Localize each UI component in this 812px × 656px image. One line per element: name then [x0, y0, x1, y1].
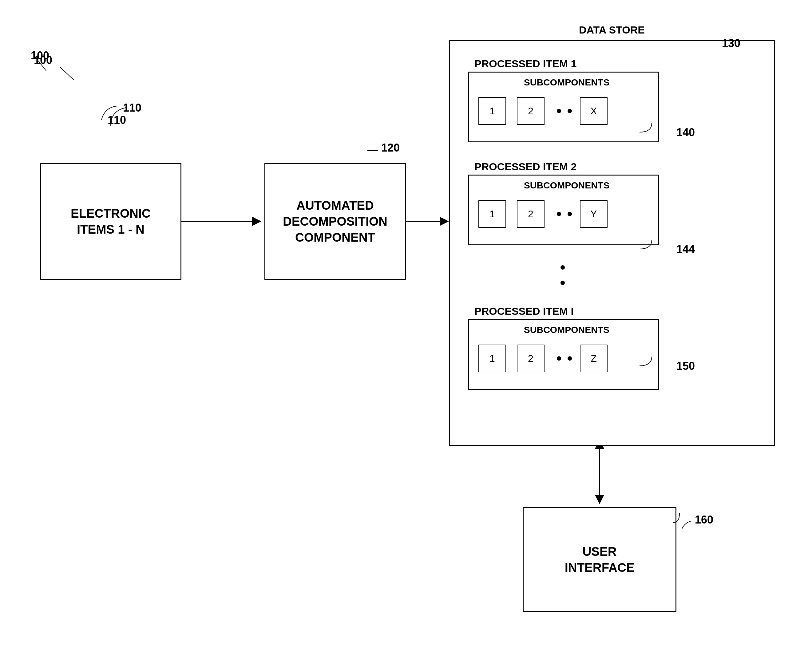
sub2-item-2: 2 — [517, 200, 544, 228]
subi-dot-2 — [568, 356, 572, 360]
sub1-item-x: X — [580, 97, 608, 125]
subcomp-label-2: SUBCOMPONENTS — [472, 180, 661, 190]
data-store-box: DATA STORE PROCESSED ITEM 1 SUBCOMPONENT… — [449, 40, 775, 446]
sub2-dot-1 — [557, 212, 561, 216]
box-160: USER INTERFACE — [523, 507, 676, 612]
svg-marker-1 — [252, 217, 261, 226]
sub1-dot-2 — [568, 109, 572, 113]
ref-140-label: 140 — [676, 126, 695, 139]
svg-line-7 — [60, 67, 74, 80]
box-120-text: AUTOMATED DECOMPOSITION COMPONENT — [283, 197, 387, 245]
subi-dot-1 — [557, 356, 561, 360]
box-120: AUTOMATED DECOMPOSITION COMPONENT — [264, 163, 406, 280]
ref-160-label: 160 — [695, 514, 713, 526]
svg-marker-3 — [440, 217, 449, 226]
box-110: ELECTRONIC ITEMS 1 - N — [40, 163, 181, 280]
svg-marker-6 — [595, 495, 604, 504]
processed-item-2-label: PROCESSED ITEM 2 — [475, 161, 659, 173]
sub2-item-1: 1 — [478, 200, 506, 228]
ref-150-label: 150 — [676, 360, 695, 373]
processed-item-i-label: PROCESSED ITEM I — [475, 305, 659, 317]
ellipsis-dot-1 — [560, 265, 565, 269]
subcomp-box-i: SUBCOMPONENTS 1 2 Z — [468, 319, 659, 390]
box-160-text: USER INTERFACE — [565, 543, 634, 576]
ref-110-label: 110 — [108, 114, 126, 127]
sub2-item-y: Y — [580, 200, 608, 228]
ref-110-label2: 110 — [123, 101, 141, 114]
subi-item-2: 2 — [517, 345, 544, 372]
sub1-item-2: 2 — [517, 97, 544, 125]
subi-item-z: Z — [580, 345, 608, 372]
subcomp-box-1: SUBCOMPONENTS 1 2 X — [468, 72, 659, 142]
ellipsis-dot-2 — [560, 281, 565, 285]
subcomp-label-i: SUBCOMPONENTS — [472, 325, 661, 335]
data-store-label: DATA STORE — [450, 24, 774, 36]
processed-item-1-label: PROCESSED ITEM 1 — [475, 58, 659, 70]
sub1-dot-1 — [557, 109, 561, 113]
ref-144-label: 144 — [676, 243, 695, 256]
ref-100-label: 100 — [31, 49, 49, 62]
diagram-container: 100 ELECTRONIC ITEMS 1 - N 110 AUTOMATED… — [0, 0, 812, 656]
sub2-dot-2 — [568, 212, 572, 216]
subcomp-box-2: SUBCOMPONENTS 1 2 Y — [468, 175, 659, 245]
sub1-item-1: 1 — [478, 97, 506, 125]
ref-120-label: 120 — [381, 141, 400, 154]
subi-item-1: 1 — [478, 345, 506, 372]
subcomp-label-1: SUBCOMPONENTS — [472, 77, 661, 88]
box-110-text: ELECTRONIC ITEMS 1 - N — [71, 205, 151, 237]
ref-130-label: 130 — [722, 37, 740, 50]
